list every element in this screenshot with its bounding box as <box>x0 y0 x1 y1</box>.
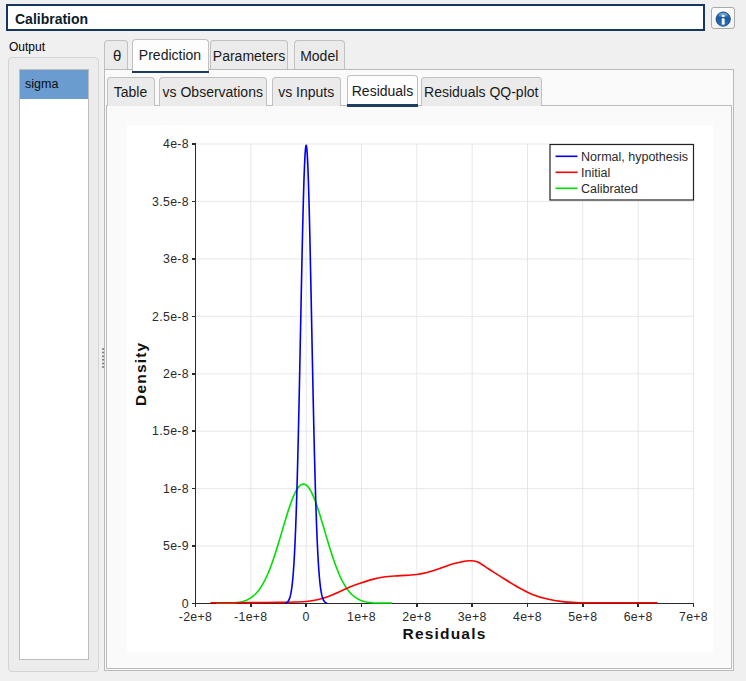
svg-text:5e-9: 5e-9 <box>163 539 189 553</box>
svg-text:7e+8: 7e+8 <box>679 610 708 624</box>
svg-text:1e+8: 1e+8 <box>347 610 376 624</box>
svg-text:2.5e-8: 2.5e-8 <box>152 310 189 324</box>
svg-text:Residuals: Residuals <box>402 625 486 642</box>
svg-text:2e-8: 2e-8 <box>163 367 189 381</box>
svg-text:1e-8: 1e-8 <box>163 482 189 496</box>
svg-text:Initial: Initial <box>581 166 610 180</box>
svg-text:Normal, hypothesis: Normal, hypothesis <box>581 150 688 164</box>
svg-text:6e+8: 6e+8 <box>624 610 653 624</box>
svg-text:4e+8: 4e+8 <box>513 610 542 624</box>
svg-text:Density: Density <box>132 342 149 406</box>
svg-text:3e+8: 3e+8 <box>458 610 487 624</box>
svg-text:0: 0 <box>182 597 189 611</box>
svg-text:3e-8: 3e-8 <box>163 252 189 266</box>
svg-text:Calibrated: Calibrated <box>581 182 638 196</box>
svg-text:-2e+8: -2e+8 <box>179 610 213 624</box>
svg-text:5e+8: 5e+8 <box>568 610 597 624</box>
svg-text:3.5e-8: 3.5e-8 <box>152 195 189 209</box>
svg-text:2e+8: 2e+8 <box>402 610 431 624</box>
svg-text:0: 0 <box>303 610 310 624</box>
svg-text:4e-8: 4e-8 <box>163 137 189 151</box>
svg-text:1.5e-8: 1.5e-8 <box>152 424 189 438</box>
svg-text:-1e+8: -1e+8 <box>234 610 268 624</box>
